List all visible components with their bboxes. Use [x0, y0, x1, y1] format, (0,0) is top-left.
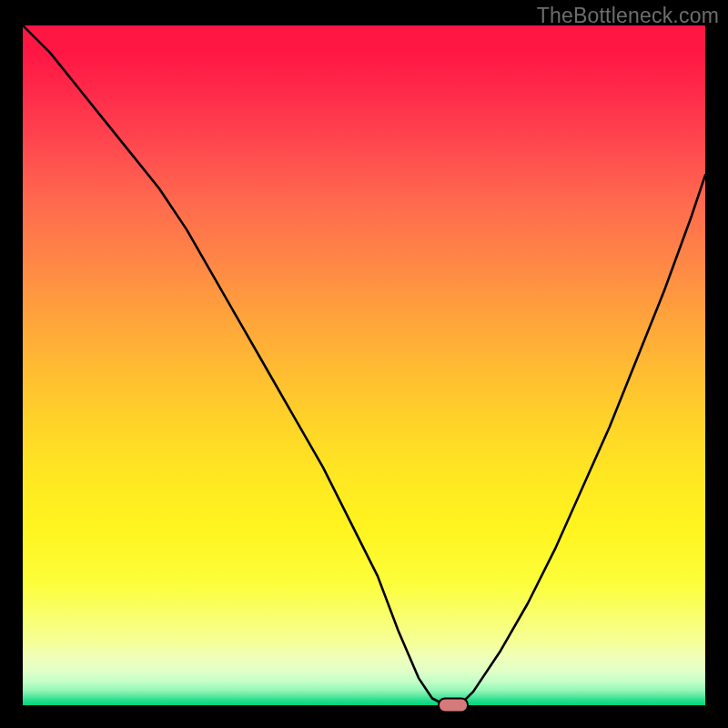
bottleneck-curve	[23, 25, 705, 705]
plot-area	[23, 25, 705, 705]
minimum-marker	[438, 698, 469, 713]
curve-path	[23, 25, 705, 705]
watermark-text: TheBottleneck.com	[537, 4, 719, 28]
chart-frame: TheBottleneck.com	[0, 0, 728, 728]
